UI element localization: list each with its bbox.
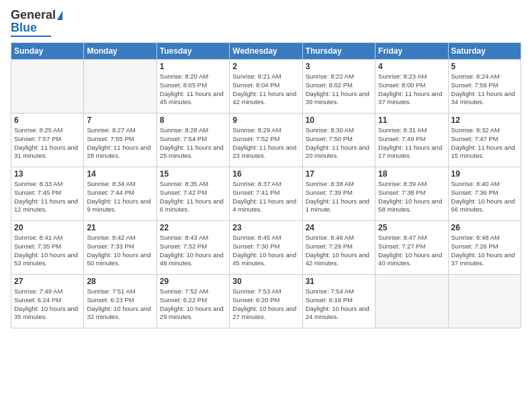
day-info: Sunrise: 8:21 AMSunset: 8:04 PMDaylight:… [232,73,299,107]
day-number: 11 [378,116,445,125]
day-number: 20 [14,223,81,232]
calendar-cell: 4Sunrise: 8:23 AMSunset: 8:00 PMDaylight… [375,60,448,113]
day-number: 22 [160,223,226,232]
calendar-cell: 9Sunrise: 8:29 AMSunset: 7:52 PMDaylight… [230,113,302,167]
day-number: 28 [87,277,153,286]
weekday-header-tuesday: Tuesday [157,43,229,60]
calendar-cell: 10Sunrise: 8:30 AMSunset: 7:50 PMDayligh… [302,113,375,167]
calendar-cell: 1Sunrise: 8:20 AMSunset: 8:05 PMDaylight… [157,60,229,113]
day-number: 29 [160,277,226,286]
page: General Blue SundayMondayTuesdayWednesda… [0,0,532,411]
calendar-cell [375,275,448,328]
day-number: 16 [232,169,299,179]
calendar-cell: 28Sunrise: 7:51 AMSunset: 6:23 PMDayligh… [84,275,157,328]
calendar-week-3: 13Sunrise: 8:33 AMSunset: 7:45 PMDayligh… [11,167,521,221]
day-number: 6 [14,116,81,125]
day-number: 3 [306,62,372,71]
day-number: 30 [232,277,299,286]
calendar-cell: 22Sunrise: 8:43 AMSunset: 7:32 PMDayligh… [157,221,229,275]
day-number: 21 [87,223,153,232]
day-info: Sunrise: 8:43 AMSunset: 7:32 PMDaylight:… [160,234,226,268]
calendar-cell: 30Sunrise: 7:53 AMSunset: 6:20 PMDayligh… [230,275,302,328]
day-info: Sunrise: 8:27 AMSunset: 7:55 PMDaylight:… [87,126,153,161]
day-info: Sunrise: 8:46 AMSunset: 7:29 PMDaylight:… [306,234,372,268]
day-info: Sunrise: 8:45 AMSunset: 7:30 PMDaylight:… [232,234,299,268]
day-number: 9 [232,116,299,125]
day-info: Sunrise: 7:54 AMSunset: 6:19 PMDaylight:… [306,287,372,322]
calendar-cell: 20Sunrise: 8:41 AMSunset: 7:35 PMDayligh… [11,221,84,275]
calendar-cell [448,275,521,328]
calendar-cell: 23Sunrise: 8:45 AMSunset: 7:30 PMDayligh… [230,221,302,275]
calendar-cell: 18Sunrise: 8:39 AMSunset: 7:38 PMDayligh… [375,167,448,221]
calendar-cell [11,60,84,113]
day-info: Sunrise: 8:28 AMSunset: 7:54 PMDaylight:… [160,126,226,161]
calendar-cell: 17Sunrise: 8:38 AMSunset: 7:39 PMDayligh… [302,167,375,221]
day-info: Sunrise: 8:47 AMSunset: 7:27 PMDaylight:… [378,234,445,268]
calendar-cell: 21Sunrise: 8:42 AMSunset: 7:33 PMDayligh… [84,221,157,275]
calendar-cell: 19Sunrise: 8:40 AMSunset: 7:36 PMDayligh… [448,167,521,221]
day-info: Sunrise: 8:40 AMSunset: 7:36 PMDaylight:… [451,180,518,214]
day-info: Sunrise: 8:41 AMSunset: 7:35 PMDaylight:… [14,234,81,268]
day-info: Sunrise: 8:22 AMSunset: 8:02 PMDaylight:… [306,73,372,107]
logo: General Blue [11,8,62,37]
calendar-cell: 27Sunrise: 7:49 AMSunset: 6:24 PMDayligh… [11,275,84,328]
weekday-header-monday: Monday [84,43,157,60]
day-number: 1 [160,62,226,71]
logo-blue: Blue [11,21,37,35]
calendar-week-4: 20Sunrise: 8:41 AMSunset: 7:35 PMDayligh… [11,221,521,275]
day-number: 4 [378,62,445,71]
day-number: 18 [378,169,445,179]
day-info: Sunrise: 8:20 AMSunset: 8:05 PMDaylight:… [160,73,226,107]
day-number: 24 [306,223,372,232]
calendar-cell: 14Sunrise: 8:34 AMSunset: 7:44 PMDayligh… [84,167,157,221]
calendar-cell: 11Sunrise: 8:31 AMSunset: 7:49 PMDayligh… [375,113,448,167]
logo-underline [11,36,51,37]
day-number: 31 [306,277,372,286]
calendar-cell: 29Sunrise: 7:52 AMSunset: 6:22 PMDayligh… [157,275,229,328]
day-number: 13 [14,169,81,179]
weekday-header-sunday: Sunday [11,43,84,60]
calendar-cell: 24Sunrise: 8:46 AMSunset: 7:29 PMDayligh… [302,221,375,275]
weekday-header-thursday: Thursday [302,43,375,60]
day-number: 26 [451,223,518,232]
day-info: Sunrise: 8:24 AMSunset: 7:59 PMDaylight:… [451,73,518,107]
day-info: Sunrise: 8:33 AMSunset: 7:45 PMDaylight:… [14,180,81,214]
day-info: Sunrise: 8:34 AMSunset: 7:44 PMDaylight:… [87,180,153,214]
day-number: 10 [306,116,372,125]
day-info: Sunrise: 8:48 AMSunset: 7:26 PMDaylight:… [451,234,518,268]
day-number: 19 [451,169,518,179]
calendar-cell: 7Sunrise: 8:27 AMSunset: 7:55 PMDaylight… [84,113,157,167]
day-number: 12 [451,116,518,125]
day-number: 8 [160,116,226,125]
day-info: Sunrise: 8:23 AMSunset: 8:00 PMDaylight:… [378,73,445,107]
day-info: Sunrise: 8:37 AMSunset: 7:41 PMDaylight:… [232,180,299,214]
calendar-cell: 3Sunrise: 8:22 AMSunset: 8:02 PMDaylight… [302,60,375,113]
calendar-cell: 13Sunrise: 8:33 AMSunset: 7:45 PMDayligh… [11,167,84,221]
day-info: Sunrise: 7:49 AMSunset: 6:24 PMDaylight:… [14,287,81,322]
logo-triangle-icon [57,11,62,20]
day-info: Sunrise: 7:53 AMSunset: 6:20 PMDaylight:… [232,287,299,322]
day-number: 2 [232,62,299,71]
calendar: SundayMondayTuesdayWednesdayThursdayFrid… [11,42,521,328]
header: General Blue [11,8,521,37]
day-info: Sunrise: 7:52 AMSunset: 6:22 PMDaylight:… [160,287,226,322]
weekday-header-friday: Friday [375,43,448,60]
day-info: Sunrise: 8:29 AMSunset: 7:52 PMDaylight:… [232,126,299,161]
calendar-cell: 2Sunrise: 8:21 AMSunset: 8:04 PMDaylight… [230,60,302,113]
weekday-header-row: SundayMondayTuesdayWednesdayThursdayFrid… [11,43,521,60]
day-number: 14 [87,169,153,179]
day-number: 17 [306,169,372,179]
calendar-cell: 26Sunrise: 8:48 AMSunset: 7:26 PMDayligh… [448,221,521,275]
calendar-cell [84,60,157,113]
day-info: Sunrise: 8:32 AMSunset: 7:47 PMDaylight:… [451,126,518,161]
day-info: Sunrise: 8:31 AMSunset: 7:49 PMDaylight:… [378,126,445,161]
day-number: 25 [378,223,445,232]
calendar-cell: 25Sunrise: 8:47 AMSunset: 7:27 PMDayligh… [375,221,448,275]
calendar-cell: 15Sunrise: 8:35 AMSunset: 7:42 PMDayligh… [157,167,229,221]
logo-general: General [11,8,56,22]
calendar-cell: 8Sunrise: 8:28 AMSunset: 7:54 PMDaylight… [157,113,229,167]
calendar-week-2: 6Sunrise: 8:25 AMSunset: 7:57 PMDaylight… [11,113,521,167]
calendar-week-5: 27Sunrise: 7:49 AMSunset: 6:24 PMDayligh… [11,275,521,328]
calendar-week-1: 1Sunrise: 8:20 AMSunset: 8:05 PMDaylight… [11,60,521,113]
day-number: 23 [232,223,299,232]
